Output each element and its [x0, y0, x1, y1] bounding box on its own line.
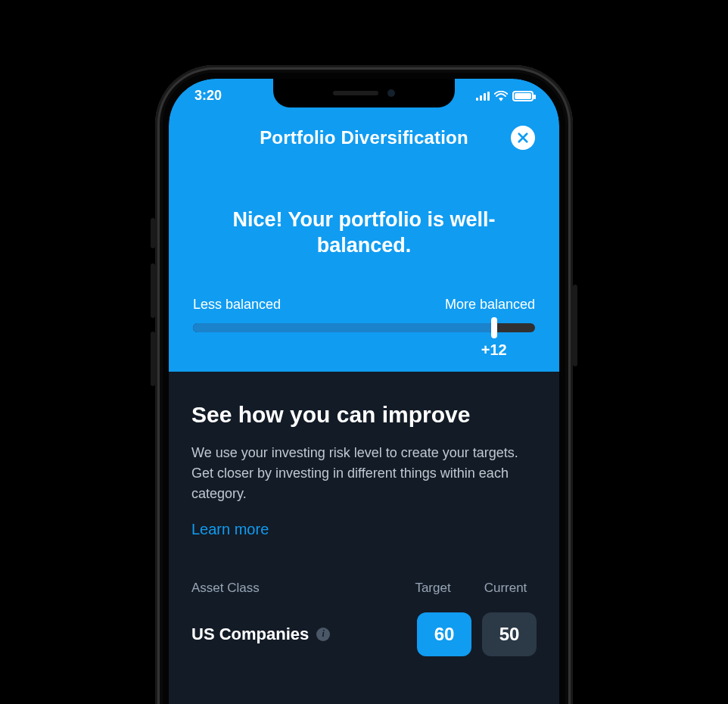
side-button-vol-up	[151, 263, 155, 318]
close-button[interactable]	[511, 126, 535, 150]
speaker-grille	[333, 91, 378, 95]
improve-description: We use your investing risk level to crea…	[191, 443, 537, 504]
phone-frame: 3:20 Portfolio Diversification	[155, 65, 573, 704]
battery-icon	[512, 91, 534, 101]
improve-panel: See how you can improve We use your inve…	[169, 372, 559, 705]
side-button-power	[573, 285, 577, 366]
wifi-icon	[494, 91, 508, 101]
summary-headline: Nice! Your portfolio is well-balanced.	[193, 207, 535, 259]
allocation-table-header: Asset Class Target Current	[191, 581, 537, 596]
column-current: Current	[474, 581, 537, 596]
column-target: Target	[402, 581, 464, 596]
close-icon	[516, 131, 530, 145]
notch	[273, 79, 455, 107]
learn-more-link[interactable]: Learn more	[191, 521, 537, 538]
front-camera	[387, 89, 395, 97]
info-icon[interactable]: i	[316, 628, 330, 641]
summary-panel: Portfolio Diversification Nice! Your por…	[169, 79, 559, 372]
improve-title: See how you can improve	[191, 402, 537, 428]
current-value-chip[interactable]: 50	[482, 612, 537, 656]
column-asset-class: Asset Class	[191, 581, 402, 596]
balance-slider-value: +12	[481, 341, 507, 359]
asset-class-name: US Companiesi	[191, 625, 417, 644]
balance-slider-fill	[193, 323, 494, 332]
asset-class-label: US Companies	[191, 625, 309, 644]
slider-label-right: More balanced	[445, 297, 535, 313]
status-time: 3:20	[194, 88, 222, 104]
allocation-row: US Companiesi6050	[191, 612, 537, 656]
target-value-chip[interactable]: 60	[417, 612, 471, 656]
side-button-vol-down	[151, 332, 155, 386]
balance-slider[interactable]: +12	[193, 323, 535, 332]
balance-slider-thumb[interactable]	[491, 317, 497, 338]
side-button-mute	[151, 218, 155, 248]
page-title: Portfolio Diversification	[260, 127, 468, 148]
cellular-signal-icon	[476, 92, 490, 101]
slider-label-left: Less balanced	[193, 297, 281, 313]
balance-slider-labels: Less balanced More balanced	[193, 297, 535, 313]
